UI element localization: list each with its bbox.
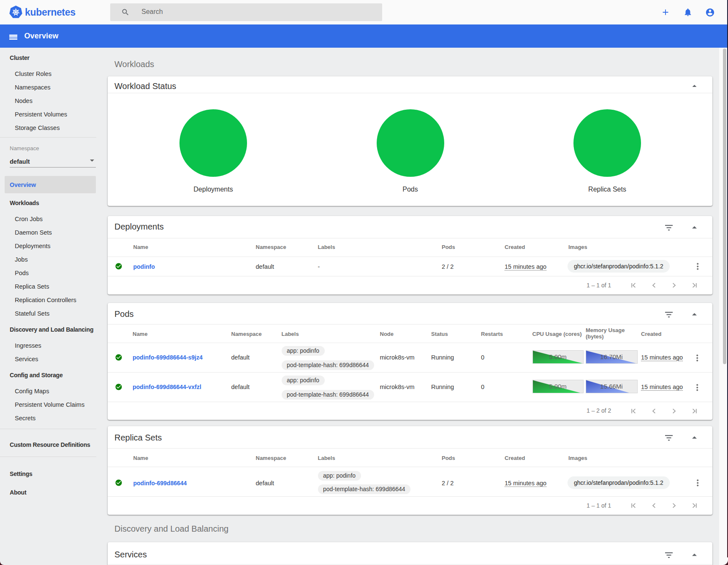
svg-text:16.70Mi: 16.70Mi: [600, 353, 622, 360]
svg-text:5.00m: 5.00m: [549, 383, 567, 390]
svg-text:15.66Mi: 15.66Mi: [600, 383, 622, 390]
svg-text:5.00m: 5.00m: [549, 353, 567, 360]
